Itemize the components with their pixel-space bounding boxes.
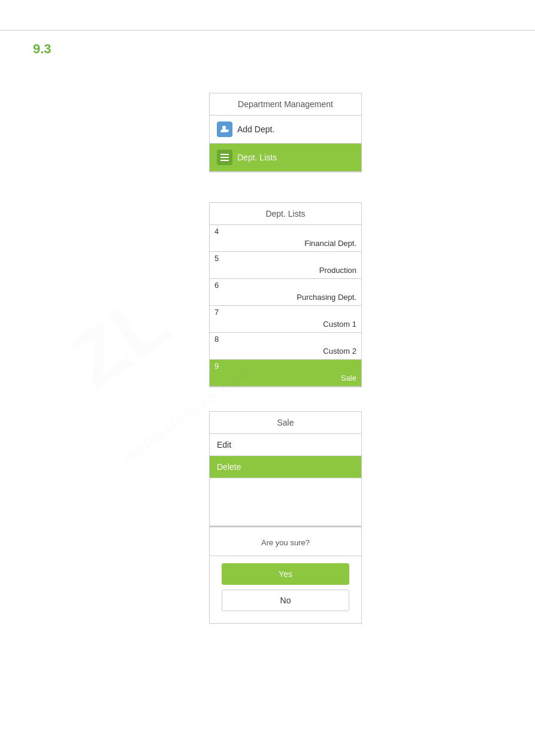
dept-row-7[interactable]: 7 Custom 1 [210, 306, 361, 333]
svg-rect-3 [220, 154, 229, 155]
dept-row-8[interactable]: 8 Custom 2 [210, 333, 361, 360]
add-dept-item[interactable]: Add Dept. [210, 116, 361, 144]
dept-row-7-number: 7 [210, 306, 361, 318]
dept-lists-panel: Dept. Lists 4 Financial Dept. 5 Producti… [209, 202, 362, 387]
svg-rect-5 [220, 160, 229, 161]
dept-row-5-number: 5 [210, 252, 361, 265]
confirm-buttons: Yes No [210, 556, 361, 623]
dept-row-5[interactable]: 5 Production [210, 252, 361, 279]
dept-row-9-name: Sale [210, 372, 361, 386]
svg-rect-4 [220, 157, 229, 158]
dept-row-8-name: Custom 2 [210, 345, 361, 359]
add-dept-icon [217, 122, 232, 137]
edit-item[interactable]: Edit [210, 434, 361, 456]
dept-row-4[interactable]: 4 Financial Dept. [210, 225, 361, 252]
context-header: Sale [210, 412, 361, 434]
dept-row-5-name: Production [210, 265, 361, 278]
delete-item[interactable]: Delete [210, 456, 361, 478]
dept-row-7-name: Custom 1 [210, 318, 361, 332]
dept-mgmt-panel: Department Management Add Dept. [209, 93, 362, 172]
dept-row-8-number: 8 [210, 333, 361, 345]
dept-lists-label: Dept. Lists [237, 153, 277, 162]
dept-row-6-number: 6 [210, 279, 361, 292]
dept-row-9-number: 9 [210, 360, 361, 372]
context-panel: Sale Edit Delete [209, 411, 362, 527]
dept-row-6-name: Purchasing Dept. [210, 292, 361, 305]
yes-button[interactable]: Yes [222, 563, 349, 585]
dept-row-4-name: Financial Dept. [210, 238, 361, 251]
dept-lists-panel-header: Dept. Lists [210, 203, 361, 225]
dept-row-4-number: 4 [210, 225, 361, 238]
confirm-question: Are you sure? [210, 527, 361, 556]
context-empty-space [210, 478, 361, 526]
dept-row-9[interactable]: 9 Sale [210, 360, 361, 387]
no-button[interactable]: No [222, 590, 349, 611]
dept-lists-icon [217, 150, 232, 165]
add-dept-label: Add Dept. [237, 125, 274, 134]
dept-mgmt-header: Department Management [210, 93, 361, 116]
section-number: 9.3 [33, 41, 535, 57]
dept-lists-item[interactable]: Dept. Lists [210, 144, 361, 172]
dept-row-6[interactable]: 6 Purchasing Dept. [210, 279, 361, 306]
confirm-panel: Are you sure? Yes No [209, 527, 362, 624]
